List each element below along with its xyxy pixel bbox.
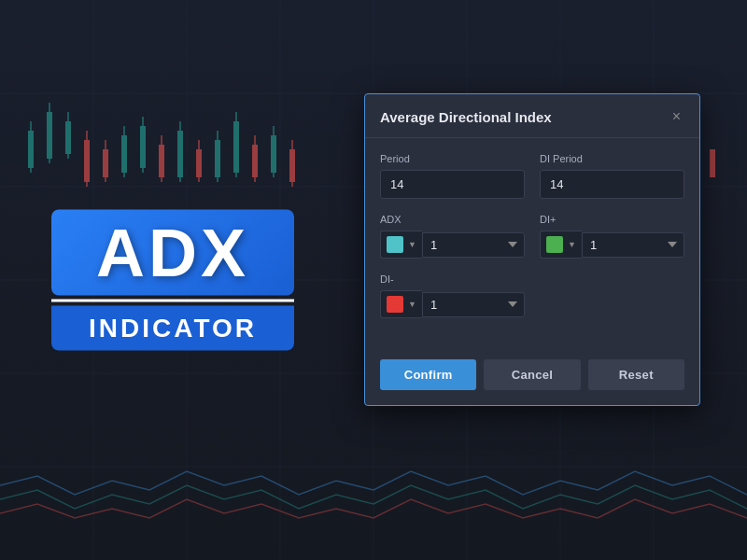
di-minus-color-swatch (387, 296, 403, 313)
confirm-button[interactable]: Confirm (380, 359, 476, 390)
di-minus-row: DI- ▼ 1 2 3 (380, 273, 684, 318)
indicator-title: INDICATOR (51, 314, 294, 343)
dialog-body: Period DI Period ADX ▼ 1 2 (365, 138, 699, 348)
di-minus-weight-select[interactable]: 1 2 3 (422, 292, 525, 317)
dialog-title: Average Directional Index (380, 109, 552, 125)
di-period-input[interactable] (540, 170, 684, 199)
adx-color-button[interactable]: ▼ (380, 231, 422, 259)
period-row: Period DI Period (380, 153, 684, 199)
adx-group: ADX ▼ 1 2 3 (380, 214, 525, 259)
di-plus-weight-select[interactable]: 1 2 3 (582, 232, 684, 258)
di-plus-group: DI+ ▼ 1 2 3 (540, 214, 684, 259)
period-input[interactable] (380, 170, 525, 199)
dialog-footer: Confirm Cancel Reset (365, 348, 699, 405)
di-plus-label: DI+ (540, 214, 684, 225)
adx-color-row: ▼ 1 2 3 (380, 231, 525, 259)
logo-section: ADX INDICATOR (37, 210, 308, 351)
di-minus-color-arrow: ▼ (408, 300, 416, 309)
di-plus-color-swatch (546, 236, 563, 253)
di-minus-label: DI- (380, 273, 525, 285)
di-period-group: DI Period (540, 153, 684, 199)
indicator-badge: INDICATOR (51, 306, 294, 351)
svg-rect-49 (710, 149, 715, 177)
adx-label: ADX (380, 214, 525, 225)
di-plus-color-arrow: ▼ (568, 240, 576, 249)
reset-button[interactable]: Reset (588, 359, 684, 390)
di-minus-color-row: ▼ 1 2 3 (380, 290, 525, 318)
adx-color-swatch (387, 236, 403, 253)
adx-title: ADX (79, 219, 266, 287)
close-button[interactable]: × (669, 107, 684, 126)
adx-weight-select[interactable]: 1 2 3 (422, 232, 525, 258)
adx-badge: ADX (51, 210, 294, 296)
adx-diplus-row: ADX ▼ 1 2 3 DI+ (380, 214, 684, 259)
di-minus-group: DI- ▼ 1 2 3 (380, 273, 525, 318)
period-group: Period (380, 153, 525, 199)
di-plus-color-button[interactable]: ▼ (540, 231, 582, 259)
di-minus-color-button[interactable]: ▼ (380, 290, 422, 318)
adx-divider (51, 300, 294, 302)
adx-settings-dialog: Average Directional Index × Period DI Pe… (364, 93, 700, 406)
di-plus-color-row: ▼ 1 2 3 (540, 231, 684, 259)
cancel-button[interactable]: Cancel (484, 359, 580, 390)
adx-color-arrow: ▼ (408, 240, 416, 249)
di-period-label: DI Period (540, 153, 684, 164)
period-label: Period (380, 153, 525, 164)
dialog-header: Average Directional Index × (365, 94, 699, 138)
placeholder-group (540, 273, 684, 318)
